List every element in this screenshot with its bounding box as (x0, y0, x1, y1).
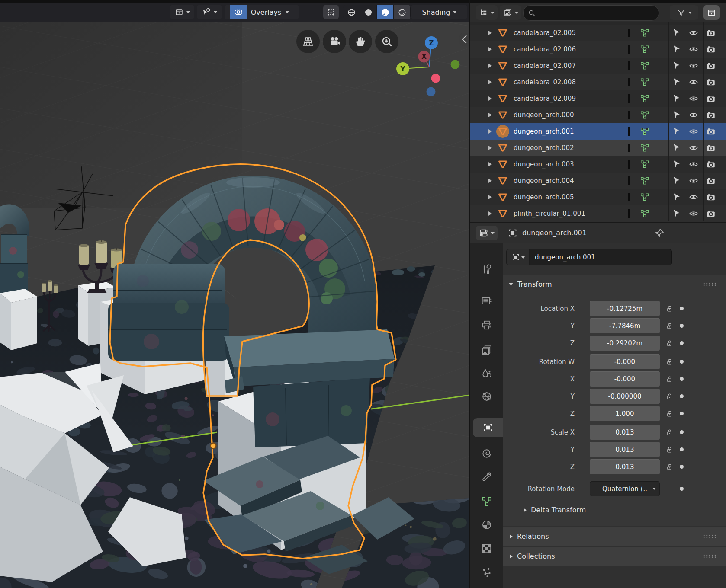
panel-drag-handle[interactable] (703, 282, 716, 286)
animate-dot[interactable] (680, 307, 684, 310)
animate-dot[interactable] (680, 430, 684, 434)
expand-caret-icon[interactable] (488, 113, 492, 117)
outliner-filter-dropdown[interactable] (670, 5, 698, 20)
hide-viewport-toggle[interactable] (689, 110, 698, 120)
outliner-row-candelabra_02.008[interactable]: candelabra_02.008 (470, 74, 726, 90)
rotation-mode-dropdown[interactable]: Quaternion (.. (590, 481, 660, 496)
outliner-row-dungeon_arch.002[interactable]: dungeon_arch.002 (470, 140, 726, 156)
panel-relations[interactable]: Relations (503, 527, 726, 546)
selectable-toggle[interactable] (672, 192, 681, 202)
shading-wireframe-button[interactable] (343, 5, 360, 19)
hide-render-toggle[interactable] (706, 192, 716, 202)
properties-tab-output[interactable] (470, 316, 503, 335)
lock-icon[interactable] (665, 463, 674, 471)
value-field[interactable]: -0.29202m (590, 336, 660, 351)
selectable-toggle[interactable] (672, 110, 681, 120)
outliner-row-candelabra_02.007[interactable]: candelabra_02.007 (470, 58, 726, 74)
panel-collections[interactable]: Collections (503, 547, 726, 566)
panel-drag-handle[interactable] (703, 554, 716, 558)
selectable-toggle[interactable] (672, 61, 681, 70)
expand-caret-icon[interactable] (488, 195, 492, 199)
gizmo-z-neg-ball[interactable] (427, 87, 436, 96)
expand-caret-icon[interactable] (488, 179, 492, 183)
hide-render-toggle[interactable] (706, 110, 716, 120)
new-collection-button[interactable] (703, 5, 720, 20)
expand-caret-icon[interactable] (488, 31, 492, 35)
lock-icon[interactable] (665, 392, 674, 401)
hide-render-toggle[interactable] (706, 94, 716, 103)
properties-tab-tool[interactable] (470, 260, 503, 279)
value-field[interactable]: -0.000 (590, 354, 660, 369)
shading-rendered-button[interactable] (394, 5, 411, 19)
hide-render-toggle[interactable] (706, 61, 716, 70)
outliner-row-dungeon_arch.004[interactable]: dungeon_arch.004 (470, 173, 726, 189)
selectable-toggle[interactable] (672, 45, 681, 54)
value-field[interactable]: -0.000 (590, 371, 660, 387)
show-gizmo-dropdown[interactable] (197, 5, 222, 19)
properties-tab-vlayer[interactable] (470, 341, 503, 360)
properties-tab-render[interactable] (470, 291, 503, 310)
hide-viewport-toggle[interactable] (689, 160, 698, 169)
expand-caret-icon[interactable] (488, 47, 492, 51)
outliner-row-plinth_circular_01.001[interactable]: plinth_circular_01.001 (470, 205, 726, 222)
value-field[interactable]: -0.12725m (590, 301, 660, 316)
hide-render-toggle[interactable] (706, 160, 716, 169)
lock-icon[interactable] (665, 409, 674, 418)
properties-tab-object[interactable] (473, 418, 503, 437)
hide-viewport-toggle[interactable] (689, 127, 698, 136)
hide-viewport-toggle[interactable] (689, 28, 698, 38)
outliner-search[interactable] (523, 5, 659, 21)
delta-transform-row[interactable]: Delta Transform (503, 502, 726, 518)
selectable-toggle[interactable] (672, 160, 681, 169)
outliner-filter-type-dropdown[interactable] (500, 5, 521, 20)
id-type-dropdown[interactable] (506, 249, 530, 265)
hide-render-toggle[interactable] (706, 143, 716, 153)
outliner-row-dungeon_arch.000[interactable]: dungeon_arch.000 (470, 107, 726, 123)
transform-panel-header[interactable]: Transform (503, 275, 726, 293)
outliner-display-mode-dropdown[interactable] (476, 5, 498, 20)
zoom-button[interactable] (375, 30, 398, 53)
shading-dropdown[interactable]: Shading (411, 5, 467, 19)
hide-render-toggle[interactable] (706, 45, 716, 54)
expand-caret-icon[interactable] (488, 162, 492, 166)
camera-view-button[interactable] (323, 30, 346, 53)
selectable-toggle[interactable] (672, 94, 681, 103)
properties-tab-scene[interactable] (470, 364, 503, 383)
animate-dot[interactable] (680, 487, 684, 491)
expand-caret-icon[interactable] (488, 96, 492, 101)
gizmo-y-pos-ball[interactable] (451, 60, 460, 69)
properties-tab-world[interactable] (470, 387, 503, 406)
xray-toggle[interactable] (323, 5, 339, 19)
viewport-3d[interactable]: Overlays Shading (0, 3, 469, 588)
properties-tab-particles[interactable] (470, 563, 503, 582)
hide-render-toggle[interactable] (706, 28, 716, 38)
selectable-toggle[interactable] (672, 127, 681, 136)
animate-dot[interactable] (680, 465, 684, 469)
properties-tab-physics[interactable] (470, 444, 503, 463)
animate-dot[interactable] (680, 360, 684, 364)
properties-tab-material[interactable] (470, 515, 503, 534)
selectable-toggle[interactable] (672, 77, 681, 87)
hide-viewport-toggle[interactable] (689, 77, 698, 87)
hide-viewport-toggle[interactable] (689, 192, 698, 202)
selectable-toggle[interactable] (672, 28, 681, 38)
lock-icon[interactable] (665, 375, 674, 383)
outliner-row-dungeon_arch.005[interactable]: dungeon_arch.005 (470, 189, 726, 205)
pan-hand-button[interactable] (349, 30, 372, 53)
animate-dot[interactable] (680, 412, 684, 415)
value-field[interactable]: 0.013 (590, 442, 660, 457)
object-name-field[interactable]: dungeon_arch.001 (530, 249, 672, 265)
object-origin-dot[interactable] (211, 443, 216, 449)
selectable-toggle[interactable] (672, 143, 681, 153)
hide-viewport-toggle[interactable] (689, 45, 698, 54)
outliner-row-candelabra_02.006[interactable]: candelabra_02.006 (470, 41, 726, 58)
outliner-row-dungeon_arch.001[interactable]: dungeon_arch.001 (470, 123, 726, 140)
grid-ortho-button[interactable] (296, 30, 320, 53)
animate-dot[interactable] (680, 447, 684, 451)
expand-caret-icon[interactable] (488, 64, 492, 68)
value-field[interactable]: -0.000000 (590, 389, 660, 404)
shading-material-preview-button[interactable] (377, 5, 394, 19)
value-field[interactable]: 0.013 (590, 459, 660, 474)
region-collapse-arrow[interactable] (459, 33, 469, 46)
hide-render-toggle[interactable] (706, 209, 716, 218)
